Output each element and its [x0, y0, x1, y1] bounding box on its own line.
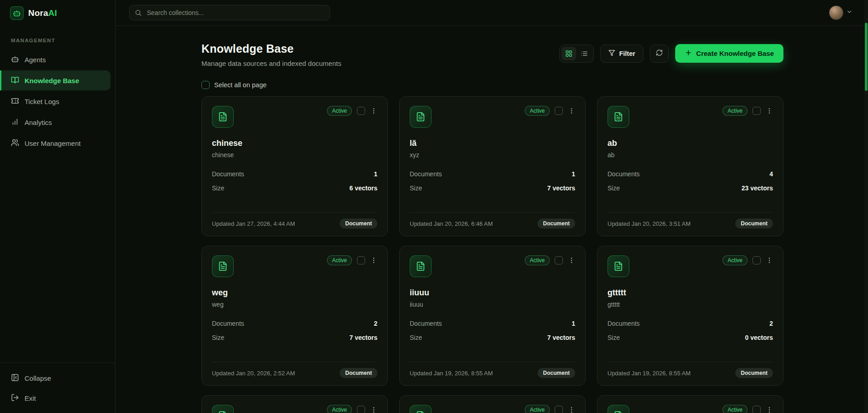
select-all-checkbox[interactable] [201, 81, 210, 89]
documents-stat: Documents2 [607, 320, 773, 327]
card-checkbox[interactable] [357, 256, 365, 264]
card-subtitle: ab [607, 151, 773, 159]
status-badge: Active [525, 405, 550, 413]
status-badge: Active [327, 106, 352, 116]
sidebar-item-agents[interactable]: Agents [0, 50, 110, 70]
exit-button[interactable]: Exit [0, 388, 110, 408]
type-badge: Document [340, 219, 377, 229]
documents-value: 1 [572, 170, 575, 178]
size-stat: Size7 vectors [410, 184, 575, 192]
filter-button[interactable]: Filter [600, 45, 643, 63]
collapse-sidebar-button[interactable]: Collapse [0, 368, 110, 388]
size-label: Size [607, 184, 620, 192]
card-footer: Updated Jan 20, 2026, 6:46 AM Document [410, 212, 575, 229]
sidebar-item-analytics[interactable]: Analytics [0, 112, 110, 132]
card-checkbox[interactable] [555, 107, 563, 115]
file-text-icon [410, 106, 431, 128]
kebab-menu-icon[interactable] [568, 106, 575, 115]
sidebar: NoraAI MANAGEMENT Agents Knowledge Base … [0, 0, 115, 413]
kb-card[interactable]: Active lă xyz Documents1 Size7 vectors U… [399, 96, 586, 236]
kebab-menu-icon[interactable] [766, 405, 773, 413]
kebab-menu-icon[interactable] [766, 256, 773, 265]
type-badge: Document [537, 368, 575, 378]
card-title: chinese [212, 139, 377, 148]
size-value: 0 vectors [745, 334, 773, 341]
search-input[interactable] [129, 5, 330, 20]
card-checkbox[interactable] [357, 107, 365, 115]
card-subtitle: iiuuu [410, 301, 575, 308]
card-footer: Updated Jan 19, 2026, 8:55 AM Document [607, 362, 773, 378]
kb-card[interactable]: Active ab ab Documents4 Size23 vectors U… [597, 96, 783, 236]
kb-card[interactable]: Active [399, 395, 586, 413]
logo-text-primary: Nora [28, 8, 48, 18]
size-stat: Size6 vectors [212, 184, 377, 192]
kb-card[interactable]: Active chinese chinese Documents1 Size6 … [201, 96, 388, 236]
card-head: Active [410, 405, 575, 413]
status-badge: Active [722, 405, 748, 413]
create-knowledge-base-button[interactable]: Create Knowledge Base [675, 44, 783, 63]
documents-stat: Documents2 [212, 320, 377, 327]
refresh-button[interactable] [650, 45, 669, 63]
card-subtitle: gttttt [607, 301, 773, 308]
select-all-control[interactable]: Select all on page [201, 81, 266, 89]
type-badge: Document [735, 219, 773, 229]
documents-stat: Documents1 [410, 170, 575, 178]
card-head: Active [607, 255, 773, 277]
kebab-menu-icon[interactable] [568, 256, 575, 265]
logo-bot-icon [10, 6, 24, 20]
kebab-menu-icon[interactable] [370, 106, 377, 115]
collapse-label: Collapse [25, 374, 51, 382]
scrollbar-thumb[interactable] [865, 23, 868, 91]
status-badge: Active [327, 255, 352, 265]
exit-label: Exit [25, 394, 36, 402]
sidebar-item-knowledge-base[interactable]: Knowledge Base [0, 70, 110, 90]
scrollbar[interactable] [864, 0, 868, 413]
kb-card[interactable]: Active weg weg Documents2 Size7 vectors … [201, 246, 388, 386]
topbar [115, 0, 868, 26]
avatar[interactable] [829, 5, 843, 20]
content: Knowledge Base Manage data sources and i… [115, 26, 868, 413]
documents-label: Documents [410, 170, 442, 178]
kebab-menu-icon[interactable] [370, 256, 377, 265]
knowledge-base-grid: Active chinese chinese Documents1 Size6 … [201, 96, 783, 413]
card-checkbox[interactable] [555, 256, 563, 264]
sidebar-item-ticket-logs[interactable]: Ticket Logs [0, 91, 110, 111]
kebab-menu-icon[interactable] [766, 106, 773, 115]
card-checkbox[interactable] [753, 107, 761, 115]
documents-value: 2 [374, 320, 377, 327]
grid-view-button[interactable] [562, 47, 576, 60]
card-subtitle: chinese [212, 151, 377, 159]
kebab-menu-icon[interactable] [370, 405, 377, 413]
card-checkbox[interactable] [555, 406, 563, 413]
kb-card[interactable]: Active gttttt gttttt Documents2 Size0 ve… [597, 246, 783, 386]
documents-label: Documents [607, 170, 640, 178]
size-value: 23 vectors [742, 184, 773, 192]
kebab-menu-icon[interactable] [568, 405, 575, 413]
card-footer: Updated Jan 27, 2026, 4:44 AM Document [212, 212, 377, 229]
card-title: ab [607, 139, 773, 148]
card-footer: Updated Jan 20, 2026, 3:51 AM Document [607, 212, 773, 229]
documents-value: 1 [572, 320, 575, 327]
kb-card[interactable]: Active [597, 395, 783, 413]
documents-stat: Documents1 [410, 320, 575, 327]
list-view-button[interactable] [577, 47, 592, 60]
sidebar-item-label: Knowledge Base [25, 77, 79, 85]
users-icon [11, 139, 19, 148]
kb-card[interactable]: Active [201, 395, 388, 413]
sidebar-item-label: Analytics [25, 119, 52, 126]
type-badge: Document [537, 219, 575, 229]
user-menu[interactable] [829, 5, 853, 20]
status-badge: Active [722, 255, 748, 265]
documents-value: 2 [769, 320, 773, 327]
documents-stat: Documents4 [607, 170, 773, 178]
sidebar-item-user-management[interactable]: User Management [0, 133, 110, 153]
updated-text: Updated Jan 20, 2026, 6:46 AM [410, 220, 493, 227]
card-checkbox[interactable] [357, 406, 365, 413]
card-checkbox[interactable] [753, 406, 761, 413]
card-checkbox[interactable] [753, 256, 761, 264]
filter-label: Filter [619, 50, 635, 57]
kb-card[interactable]: Active iiuuu iiuuu Documents1 Size7 vect… [399, 246, 586, 386]
card-title: gttttt [607, 288, 773, 298]
size-label: Size [410, 184, 422, 192]
logout-icon [11, 393, 19, 403]
